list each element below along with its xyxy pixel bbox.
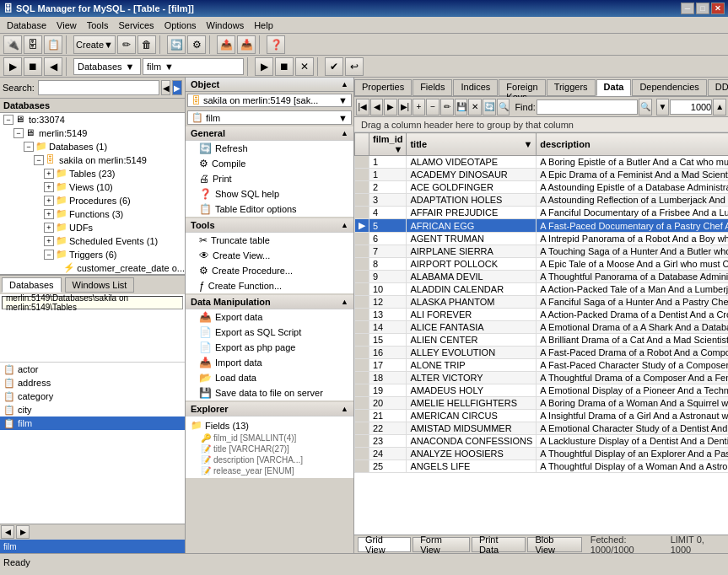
tree-toggle-schedevents[interactable]: + <box>44 236 54 246</box>
table-row[interactable]: 12ALASKA PHANTOMA Fanciful Saga of a Hun… <box>355 296 729 309</box>
col-film-id[interactable]: film_id ▼ <box>369 133 407 156</box>
tree-node-to33074[interactable]: −🖥to:33074 <box>0 113 185 126</box>
table-row[interactable]: 23ANACONDA CONFESSIONSA Lacklusture Disp… <box>355 435 729 448</box>
export-php-item[interactable]: 📄 Export as php page <box>186 340 353 355</box>
limit-down-btn[interactable]: ▼ <box>656 99 670 116</box>
tree-toggle-functions[interactable]: + <box>44 209 54 219</box>
settings-btn[interactable]: ⚙ <box>187 35 206 54</box>
delete-btn[interactable]: 🗑 <box>138 35 156 54</box>
explorer-field-item-3[interactable]: 📝 description [VARCHA...] <box>187 454 352 465</box>
minimize-button[interactable]: ─ <box>681 3 694 14</box>
import-data-item[interactable]: 📥 Import data <box>186 355 353 370</box>
nav-delete-btn[interactable]: − <box>426 99 439 116</box>
db-selector-arrow[interactable]: ▼ <box>338 95 348 105</box>
table-item-category[interactable]: 📋category <box>0 390 185 403</box>
table-row[interactable]: 19AMADEUS HOLYA Emotional Display of a P… <box>355 384 729 397</box>
maximize-button[interactable]: □ <box>696 3 709 14</box>
table-row[interactable]: 9ALABAMA DEVILA Thoughtful Panorama of a… <box>355 271 729 283</box>
tree-toggle-views[interactable]: + <box>44 182 54 192</box>
tab-triggers[interactable]: Triggers <box>547 79 596 96</box>
data-manip-collapse[interactable]: ▲ <box>341 298 348 306</box>
tb2-btn2[interactable]: ⏹ <box>24 57 42 76</box>
search-back-btn[interactable]: ◀ <box>161 80 171 95</box>
limit-up-btn[interactable]: ▲ <box>713 99 726 116</box>
nav-next-btn[interactable]: ▶ <box>384 99 397 116</box>
footer-tab-grid-view[interactable]: Grid View <box>358 537 411 552</box>
explorer-field-item-4[interactable]: 📝 release_year [ENUM] <box>187 465 352 476</box>
database-btn[interactable]: 🗄 <box>24 35 42 54</box>
general-section-header[interactable]: General ▲ <box>186 126 353 141</box>
search-forward-btn[interactable]: ▶ <box>172 80 182 95</box>
tb2-commit-btn[interactable]: ✔ <box>325 57 343 76</box>
tree-node-tables[interactable]: +📁Tables (23) <box>0 167 185 180</box>
tab-indices[interactable]: Indices <box>453 79 498 96</box>
tree-node-merlin5149[interactable]: −🖥merlin:5149 <box>0 126 185 140</box>
create-btn[interactable]: Create ▼ <box>73 35 116 54</box>
object-header-collapse[interactable]: ▲ <box>341 80 348 89</box>
tools-section-header[interactable]: Tools ▲ <box>186 218 353 233</box>
table-item-address[interactable]: 📋address <box>0 376 185 390</box>
left-footer-btn2[interactable]: ▶ <box>16 525 30 539</box>
col-description[interactable]: description <box>537 133 728 156</box>
limit-input[interactable] <box>670 99 712 115</box>
tree-toggle-tables[interactable]: + <box>44 169 54 179</box>
print-item[interactable]: 🖨 Print <box>186 171 353 186</box>
table-row[interactable]: 17ALONE TRIPA Fast-Paced Character Study… <box>355 359 729 372</box>
col-title[interactable]: title ▼ <box>407 133 537 156</box>
tab-foreign-keys[interactable]: Foreign Keys <box>499 79 545 96</box>
tb2-btn1[interactable]: ▶ <box>3 57 22 76</box>
nav-first-btn[interactable]: |◀ <box>356 99 369 116</box>
footer-tab-form-view[interactable]: Form View <box>413 537 470 552</box>
find-btn[interactable]: 🔍 <box>639 99 652 116</box>
tree-node-triggers[interactable]: −📁Triggers (6) <box>0 248 185 261</box>
tools-collapse[interactable]: ▲ <box>341 221 348 229</box>
nav-filter-btn[interactable]: 🔍 <box>497 99 510 116</box>
nav-prev-btn[interactable]: ◀ <box>370 99 384 116</box>
tree-node-sakila[interactable]: −🗄sakila on merlin:5149 <box>0 153 185 167</box>
menu-item-services[interactable]: Services <box>113 19 159 32</box>
search-input[interactable] <box>38 80 159 95</box>
table-row[interactable]: 15ALIEN CENTERA Brilliant Drama of a Cat… <box>355 334 729 347</box>
menu-item-tools[interactable]: Tools <box>82 19 114 32</box>
nav-save-btn[interactable]: 💾 <box>455 99 468 116</box>
tree-node-t1[interactable]: ⚡customer_create_date o... <box>0 261 185 274</box>
tree-toggle-procedures[interactable]: + <box>44 196 54 206</box>
table-row[interactable]: 7AIRPLANE SIERRAA Touching Saga of a Hun… <box>355 245 729 258</box>
import-btn[interactable]: 📥 <box>237 35 256 54</box>
left-footer-btn1[interactable]: ◀ <box>1 525 14 539</box>
table-row[interactable]: 2ACE GOLDFINGERA Astounding Epistle of a… <box>355 181 729 194</box>
table-row[interactable]: 14ALICE FANTASIAA Emotional Drama of a A… <box>355 321 729 334</box>
tree-node-views[interactable]: +📁Views (10) <box>0 180 185 194</box>
tab-dependencies[interactable]: Dependencies <box>632 79 706 96</box>
data-manip-section-header[interactable]: Data Manipulation ▲ <box>186 295 353 309</box>
export-sql-item[interactable]: 📄 Export as SQL Script <box>186 325 353 340</box>
table-row[interactable]: ▶5AFRICAN EGGA Fast-Paced Documentary of… <box>355 219 729 233</box>
table-row[interactable]: 4AFFAIR PREJUDICEA Fanciful Documentary … <box>355 207 729 219</box>
table-editor-item[interactable]: 📋 Table Editor options <box>186 202 353 217</box>
tree-node-functions[interactable]: +📁Functions (3) <box>0 207 185 221</box>
explorer-collapse[interactable]: ▲ <box>341 405 348 413</box>
tree-toggle-udfs[interactable]: + <box>44 223 54 233</box>
table-item-actor[interactable]: 📋actor <box>0 363 185 376</box>
tab-windows-list[interactable]: Windows List <box>65 277 135 293</box>
tree-toggle-merlin5149[interactable]: − <box>13 128 24 138</box>
tb2-run-btn[interactable]: ▶ <box>255 57 273 76</box>
tb2-rollback-btn[interactable]: ↩ <box>345 57 364 76</box>
refresh-btn[interactable]: 🔄 <box>167 35 186 54</box>
footer-tab-print-data[interactable]: Print Data <box>472 537 526 552</box>
tree-toggle-sakila[interactable]: − <box>34 155 44 165</box>
close-button[interactable]: ✕ <box>711 3 725 14</box>
table-row[interactable]: 13ALI FOREVERA Action-Packed Drama of a … <box>355 309 729 321</box>
tab-ddl[interactable]: DDL <box>708 79 728 96</box>
tree-node-databases[interactable]: −📁Databases (1) <box>0 140 185 153</box>
tree-node-schedevents[interactable]: +📁Scheduled Events (1) <box>0 234 185 248</box>
explorer-field-item-2[interactable]: 📝 title [VARCHAR(27)] <box>187 443 352 454</box>
create-proc-item[interactable]: ⚙ Create Procedure... <box>186 263 353 278</box>
tb2-clear-btn[interactable]: ✕ <box>295 57 314 76</box>
col-film-id-sort[interactable]: ▼ <box>394 144 403 154</box>
col-title-sort[interactable]: ▼ <box>523 139 532 149</box>
save-data-item[interactable]: 💾 Save data to file on server <box>186 385 353 400</box>
show-sql-item[interactable]: ❓ Show SQL help <box>186 186 353 202</box>
tree-node-procedures[interactable]: +📁Procedures (6) <box>0 194 185 207</box>
menu-item-help[interactable]: Help <box>249 19 278 32</box>
